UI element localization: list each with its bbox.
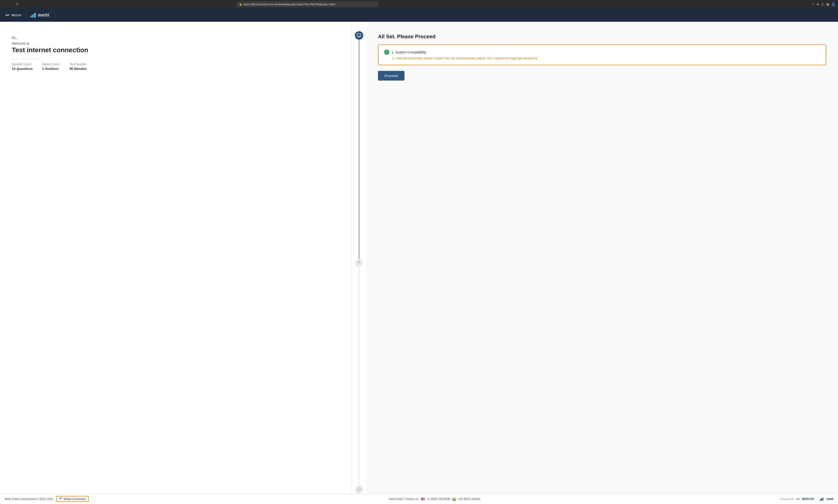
check-circle-icon: ✓	[384, 50, 389, 55]
mettl-footer-label: mettl	[826, 498, 833, 501]
mettl-footer-logo-icon	[820, 498, 824, 501]
mettl-label: mettl	[38, 13, 49, 18]
compat-header: ✓ 1. System Compatibility	[384, 50, 820, 55]
mercer-label: Mercer	[11, 13, 22, 17]
wifi-icon	[59, 497, 62, 501]
warning-message: Internet connection speed is lower than …	[397, 56, 538, 60]
us-flag-icon: 🇺🇸	[421, 497, 425, 501]
weak-connection-badge[interactable]: Weak Connection	[56, 496, 89, 502]
url-text: tests.mettl.com/v2/pre-test-window/diagn…	[243, 3, 335, 6]
bookmark-button[interactable]: ★	[816, 2, 819, 6]
step-line-2	[359, 267, 359, 485]
logo-area: Mercer mettl	[5, 12, 49, 18]
mercer-footer-label: MERCER	[802, 498, 814, 501]
copyright-text: Mettl Online Assessment © 2021-2031	[5, 498, 53, 501]
svg-rect-4	[357, 34, 361, 36]
mettl-logo-icon	[31, 13, 37, 17]
test-title: Test internet connection	[12, 46, 116, 54]
duration-value: 90 Minutes	[70, 67, 87, 71]
section-count-item: Section count: 1 Sections	[42, 62, 60, 71]
profile-button[interactable]: 👤	[831, 2, 835, 6]
section-count-label: Section count:	[42, 62, 60, 66]
step-person-icon	[355, 258, 363, 267]
compat-item: ✓ 1. System Compatibility ⚠ Internet con…	[384, 50, 820, 60]
mercer-logo-icon	[5, 13, 10, 18]
mercer-footer-logo-icon	[796, 497, 800, 501]
section-count-value: 1 Sections	[42, 67, 60, 71]
main-content: Hi , Welcome to Test internet connection…	[0, 22, 838, 493]
step-line-1	[359, 40, 359, 258]
help-text: Need Help? Contact us:	[389, 498, 419, 501]
powered-by-text: Powered By	[780, 498, 794, 501]
step-monitor-icon	[355, 31, 363, 40]
greeting-text: Hi ,	[12, 36, 116, 40]
center-divider	[352, 22, 366, 493]
svg-rect-11	[823, 498, 824, 501]
compatibility-card: ✓ 1. System Compatibility ⚠ Internet con…	[378, 44, 826, 65]
footer: Mettl Online Assessment © 2021-2031 Weak…	[0, 493, 838, 504]
browser-chrome: ← → ↻ 🔒 tests.mettl.com/v2/pre-test-wind…	[0, 0, 838, 8]
reload-button[interactable]: ↻	[15, 2, 19, 6]
svg-rect-1	[32, 15, 33, 17]
section-title: All Set. Please Proceed	[378, 34, 826, 40]
extensions-button[interactable]: ◫	[821, 2, 824, 6]
step-doc-icon	[355, 485, 363, 493]
share-button[interactable]: ↗	[811, 2, 814, 6]
mettl-logo: mettl	[31, 13, 49, 18]
svg-rect-0	[31, 16, 32, 17]
mercer-logo: Mercer	[5, 13, 22, 18]
test-meta: Question count: 10 Questions Section cou…	[12, 62, 116, 71]
duration-label: Test Duration	[70, 62, 87, 66]
svg-point-5	[358, 260, 360, 262]
lock-icon: 🔒	[239, 3, 242, 6]
compat-warning: ⚠ Internet connection speed is lower tha…	[392, 56, 820, 60]
left-panel: Hi , Welcome to Test internet connection…	[0, 22, 352, 493]
question-count-value: 10 Questions	[12, 67, 33, 71]
compat-item-name: 1. System Compatibility	[392, 50, 426, 54]
footer-center: Need Help? Contact us: 🇺🇸 +1 (800) 265-6…	[389, 497, 480, 501]
right-panel: All Set. Please Proceed ✓ 1. System Comp…	[366, 22, 838, 493]
phone-in: +91 80471-89190	[458, 498, 480, 501]
duration-item: Test Duration 90 Minutes	[70, 62, 87, 71]
footer-right: Powered By MERCER mettl	[780, 497, 833, 501]
svg-point-7	[60, 500, 61, 500]
back-button[interactable]: ←	[3, 2, 7, 6]
svg-rect-2	[33, 14, 34, 17]
weak-connection-label: Weak Connection	[64, 498, 86, 501]
footer-left: Mettl Online Assessment © 2021-2031 Weak…	[5, 496, 89, 502]
question-count-label: Question count:	[12, 62, 33, 66]
forward-button[interactable]: →	[9, 2, 13, 6]
in-flag-icon: 🇮🇳	[452, 497, 456, 501]
svg-rect-8	[820, 499, 821, 501]
browser-actions: ↗ ★ ◫ ▣ 👤	[811, 2, 835, 6]
phone-us: +1 (800) 265-6038	[427, 498, 450, 501]
welcome-text: Welcome to	[12, 41, 116, 46]
app-wrapper: Mercer mettl Hi , Welcome to Test in	[0, 8, 838, 504]
svg-rect-10	[822, 498, 823, 501]
app-header: Mercer mettl	[0, 8, 838, 22]
svg-rect-3	[35, 13, 36, 17]
svg-rect-9	[821, 499, 822, 501]
tablet-mode-button[interactable]: ▣	[826, 2, 829, 6]
warning-circle-icon: ⚠	[392, 56, 395, 60]
question-count-item: Question count: 10 Questions	[12, 62, 33, 71]
proceed-button[interactable]: Proceed	[378, 71, 405, 80]
address-bar[interactable]: 🔒 tests.mettl.com/v2/pre-test-window/dia…	[237, 1, 379, 7]
